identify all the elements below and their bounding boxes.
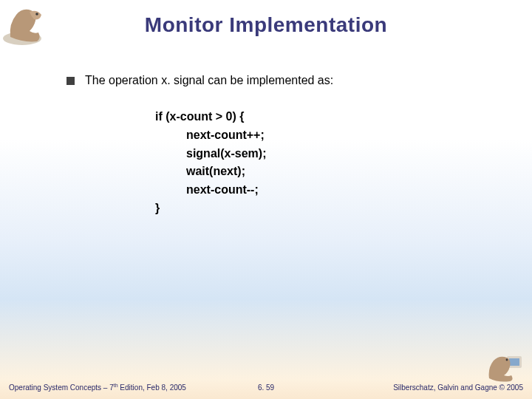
slide-title: Monitor Implementation <box>0 0 532 37</box>
dinosaur-logo-top <box>1 1 59 47</box>
bullet-text: The operation x. signal can be implement… <box>85 74 333 87</box>
dinosaur-logo-bottom <box>485 350 528 383</box>
bullet-marker <box>66 77 75 85</box>
bullet-item: The operation x. signal can be implement… <box>66 74 488 87</box>
slide-footer: Operating System Concepts – 7th Edition,… <box>0 383 532 392</box>
svg-rect-3 <box>509 358 519 366</box>
svg-point-1 <box>35 13 38 16</box>
svg-point-4 <box>506 359 508 361</box>
footer-left-prefix: Operating System Concepts – 7 <box>9 383 114 392</box>
code-line: signal(x-sem); <box>155 145 488 163</box>
bullet-op: x. signal <box>161 74 205 86</box>
footer-left: Operating System Concepts – 7th Edition,… <box>9 383 243 392</box>
code-line: next-count++; <box>155 126 488 145</box>
code-line: next-count--; <box>155 181 488 200</box>
bullet-prefix: The operation <box>85 74 161 86</box>
code-line: } <box>155 200 488 218</box>
slide-content: The operation x. signal can be implement… <box>0 37 532 218</box>
footer-left-suffix: Edition, Feb 8, 2005 <box>118 383 186 392</box>
footer-right: Silberschatz, Galvin and Gagne © 2005 <box>289 383 523 392</box>
code-line: wait(next); <box>155 163 488 181</box>
code-block: if (x-count > 0) { next-count++; signal(… <box>155 108 488 218</box>
bullet-suffix: can be implemented as: <box>205 74 333 86</box>
code-line: if (x-count > 0) { <box>155 108 488 126</box>
footer-center: 6. 59 <box>243 383 289 392</box>
